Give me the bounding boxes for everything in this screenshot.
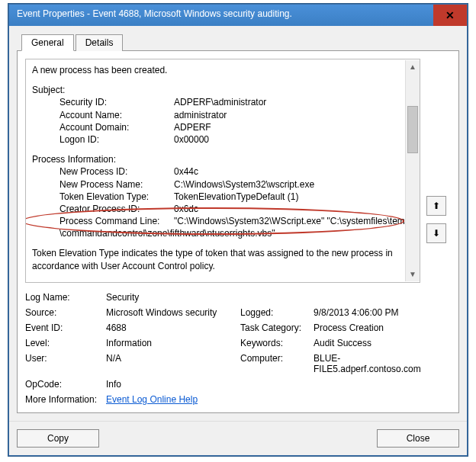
keywords-label: Keywords:	[240, 338, 309, 348]
computer-label: Computer:	[240, 353, 309, 374]
token-elevation-value: TokenElevationTypeDefault (1)	[174, 191, 413, 203]
logged-label: Logged:	[240, 307, 309, 318]
event-metadata-grid: Log Name: Security Source: Microsoft Win…	[25, 292, 420, 405]
security-id-value: ADPERF\administrator	[174, 96, 413, 108]
logon-id-label: Logon ID:	[60, 133, 174, 146]
new-process-name-label: New Process Name:	[60, 178, 174, 191]
desc-intro: A new process has been created.	[32, 64, 413, 76]
footer-spacer	[99, 429, 377, 448]
previous-event-button[interactable]: ⬆	[426, 196, 446, 216]
creator-process-id-label: Creator Process ID:	[60, 203, 174, 215]
client-area: General Details A new process has been c…	[9, 26, 467, 421]
description-wrap: A new process has been created. Subject:…	[25, 59, 420, 283]
new-process-name-row: New Process Name: C:\Windows\System32\ws…	[32, 178, 413, 191]
copy-button[interactable]: Copy	[17, 429, 99, 448]
scrollbar-thumb[interactable]	[407, 106, 418, 153]
subject-heading: Subject:	[32, 84, 413, 96]
meta-more-info-row: More Information: Event Log Online Help	[25, 394, 421, 405]
new-process-id-row: New Process ID: 0x44c	[32, 165, 413, 178]
task-category-label: Task Category:	[240, 322, 309, 333]
keywords-value: Audit Success	[314, 338, 421, 348]
security-id-label: Security ID:	[60, 96, 174, 108]
new-process-id-value: 0x44c	[174, 165, 413, 178]
subject-logon-id-row: Logon ID: 0x00000	[32, 133, 413, 146]
source-value: Microsoft Windows security	[106, 307, 236, 318]
close-icon: ✕	[445, 9, 455, 21]
new-process-id-label: New Process ID:	[60, 165, 174, 178]
user-label: User:	[25, 353, 101, 374]
level-value: Information	[106, 338, 236, 348]
computer-value: BLUE-FILE5.adperf.contoso.com	[314, 353, 421, 374]
subject-security-id-row: Security ID: ADPERF\administrator	[32, 96, 413, 108]
source-label: Source:	[25, 307, 101, 318]
new-process-name-value: C:\Windows\System32\wscript.exe	[174, 178, 413, 191]
up-arrow-icon: ⬆	[433, 201, 440, 211]
event-id-label: Event ID:	[25, 322, 101, 333]
tab-panel-general: A new process has been created. Subject:…	[17, 50, 459, 413]
task-category-value: Process Creation	[314, 322, 421, 333]
more-info-label: More Information:	[25, 394, 101, 405]
opcode-label: OpCode:	[25, 379, 101, 390]
titlebar: Event Properties - Event 4688, Microsoft…	[9, 5, 467, 26]
creator-process-id-row: Creator Process ID: 0x6dc	[32, 203, 413, 215]
tab-general[interactable]: General	[21, 34, 74, 51]
process-command-line-row: Process Command Line:"C:\Windows\System3…	[32, 215, 413, 239]
level-label: Level:	[25, 338, 101, 348]
account-name-label: Account Name:	[60, 109, 174, 121]
description-scrollbar[interactable]: ▲ ▼	[405, 60, 420, 281]
user-value: N/A	[106, 353, 236, 374]
window-close-button[interactable]: ✕	[433, 5, 467, 26]
meta-log-name-row: Log Name: Security	[25, 292, 421, 303]
tab-details[interactable]: Details	[76, 34, 124, 51]
account-domain-value: ADPERF	[174, 121, 413, 133]
dialog-footer: Copy Close	[9, 421, 467, 455]
event-log-online-help-link[interactable]: Event Log Online Help	[106, 394, 198, 405]
tab-strip: General Details	[21, 34, 459, 50]
opcode-value: Info	[106, 379, 421, 390]
event-nav-arrows: ⬆ ⬇	[426, 196, 446, 243]
subject-account-domain-row: Account Domain: ADPERF	[32, 121, 413, 133]
subject-account-name-row: Account Name: administrator	[32, 109, 413, 121]
token-elevation-row: Token Elevation Type: TokenElevationType…	[32, 191, 413, 203]
log-name-value: Security	[106, 292, 139, 303]
scroll-up-arrow-icon[interactable]: ▲	[406, 60, 420, 74]
process-command-line-label: Process Command Line:	[60, 215, 174, 227]
token-elevation-label: Token Elevation Type:	[60, 191, 174, 203]
creator-process-id-value: 0x6dc	[174, 203, 413, 215]
scroll-down-arrow-icon[interactable]: ▼	[406, 268, 420, 281]
account-name-value: administrator	[174, 109, 413, 121]
event-description-box: A new process has been created. Subject:…	[25, 59, 420, 283]
event-properties-window: Event Properties - Event 4688, Microsoft…	[8, 4, 468, 456]
down-arrow-icon: ⬇	[433, 228, 440, 239]
account-domain-label: Account Domain:	[60, 121, 174, 133]
log-name-label: Log Name:	[25, 292, 101, 303]
event-id-value: 4688	[106, 322, 236, 333]
close-button[interactable]: Close	[377, 429, 459, 448]
next-event-button[interactable]: ⬇	[426, 223, 446, 243]
desc-footnote: Token Elevation Type indicates the type …	[32, 247, 413, 271]
logged-value: 9/8/2013 4:06:00 PM	[314, 307, 421, 318]
logon-id-value: 0x00000	[174, 133, 413, 146]
process-info-heading: Process Information:	[32, 153, 413, 165]
window-title: Event Properties - Event 4688, Microsoft…	[9, 5, 433, 26]
